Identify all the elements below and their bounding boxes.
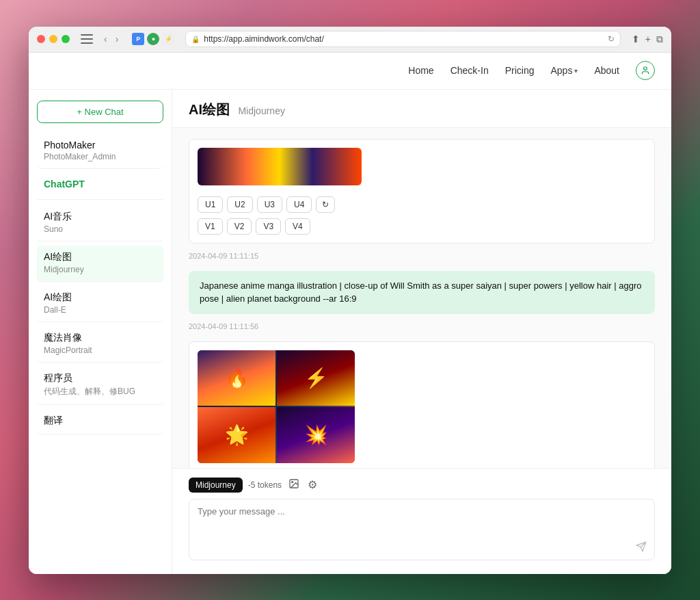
app-navbar: Home Check-In Pricing Apps ▾ About	[29, 53, 671, 90]
tabs-button[interactable]: ⧉	[656, 34, 663, 45]
nav-arrows: ‹ ›	[101, 32, 121, 46]
sidebar-item-title: PhotoMaker	[44, 140, 157, 151]
sidebar-toggle-icon[interactable]	[81, 34, 93, 44]
message-image-response: 🔥 ⚡ 🌟	[189, 341, 655, 468]
image-preview-top	[198, 148, 362, 185]
u2-button-top[interactable]: U2	[227, 196, 252, 213]
image-cell-4: 💥	[277, 407, 355, 463]
browser-icon-2: ●	[147, 33, 159, 45]
chat-title: AI绘图	[189, 102, 230, 117]
user-icon[interactable]	[636, 61, 655, 80]
browser-icon-1: P	[132, 33, 144, 45]
btn-row-u-top: U1 U2 U3 U4 ↻	[198, 196, 646, 213]
browser-titlebar: ‹ › P ● ⚡ 🔒 https://app.aimindwork.com/c…	[29, 27, 671, 53]
chat-input-area: Midjourney -5 tokens ⚙	[172, 468, 671, 574]
chat-header: AI绘图 Midjourney	[172, 90, 671, 128]
close-button[interactable]	[37, 35, 45, 43]
back-button[interactable]: ‹	[101, 32, 110, 46]
v1-button-top[interactable]: V1	[198, 218, 223, 235]
anime-figure-3: 🌟	[198, 407, 275, 463]
sidebar-item-photomaker[interactable]: PhotoMaker PhotoMaker_Admin	[37, 134, 163, 169]
new-tab-button[interactable]: +	[645, 34, 651, 45]
maximize-button[interactable]	[62, 35, 70, 43]
tokens-text: -5 tokens	[248, 480, 282, 490]
image-cell-3: 🌟	[198, 407, 275, 463]
browser-actions: ⬆ + ⧉	[632, 34, 663, 45]
address-bar[interactable]: 🔒 https://app.aimindwork.com/chat/ ↻	[185, 31, 620, 47]
sidebar-item-ai-draw-midjourney[interactable]: AI绘图 Midjourney	[37, 246, 163, 282]
browser-window: ‹ › P ● ⚡ 🔒 https://app.aimindwork.com/c…	[29, 27, 671, 574]
traffic-lights	[37, 35, 70, 43]
v3-button-top[interactable]: V3	[256, 218, 281, 235]
image-preview-main: 🔥 ⚡ 🌟	[198, 350, 355, 463]
sidebar-item-ai-music[interactable]: AI音乐 Suno	[37, 205, 163, 242]
chat-area: AI绘图 Midjourney U1 U2 U3 U4 ↻	[172, 90, 671, 574]
sidebar: + New Chat PhotoMaker PhotoMaker_Admin C…	[29, 90, 172, 574]
message-image-top: U1 U2 U3 U4 ↻ V1 V2 V3 V4	[189, 139, 655, 244]
browser-icons: P ● ⚡	[132, 33, 174, 45]
user-message: Japanese anime manga illustration | clos…	[189, 271, 655, 314]
sidebar-item-sub: MagicPortrait	[44, 345, 157, 355]
nav-apps-label: Apps	[550, 65, 572, 76]
sidebar-item-sub: Midjourney	[44, 265, 157, 274]
sidebar-item-ai-draw-dalle[interactable]: AI绘图 Dall-E	[37, 286, 163, 322]
chat-messages: U1 U2 U3 U4 ↻ V1 V2 V3 V4	[172, 128, 671, 468]
nav-checkin[interactable]: Check-In	[450, 65, 489, 76]
timestamp-2: 2024-04-09 11:11:56	[189, 322, 655, 330]
anime-figure-4: 💥	[277, 407, 355, 463]
url-text: https://app.aimindwork.com/chat/	[204, 34, 323, 44]
input-wrapper	[189, 499, 655, 563]
image-cell-2: ⚡	[277, 350, 355, 406]
chevron-down-icon: ▾	[574, 67, 578, 75]
sidebar-item-title: AI音乐	[44, 211, 157, 223]
sidebar-divider-1	[37, 199, 163, 200]
nav-apps[interactable]: Apps ▾	[550, 65, 578, 76]
image-upload-button[interactable]	[287, 477, 301, 493]
btn-row-v-top: V1 V2 V3 V4	[198, 218, 646, 235]
sidebar-item-sub: 代码生成、解释、修BUG	[44, 386, 157, 397]
sidebar-item-title: 翻译	[44, 415, 157, 427]
share-button[interactable]: ⬆	[632, 34, 640, 45]
new-chat-button[interactable]: + New Chat	[37, 101, 163, 123]
browser-icon-3: ⚡	[162, 33, 174, 45]
sidebar-item-title: AI绘图	[44, 251, 157, 263]
image-cell-1: 🔥	[198, 350, 275, 406]
midjourney-badge: Midjourney	[189, 478, 243, 493]
send-icon[interactable]	[636, 541, 647, 555]
sidebar-item-magic-portrait[interactable]: 魔法肖像 MagicPortrait	[37, 326, 163, 363]
sidebar-item-sub: Suno	[44, 224, 157, 234]
sidebar-item-translate[interactable]: 翻译	[37, 409, 163, 434]
nav-pricing[interactable]: Pricing	[505, 65, 535, 76]
sidebar-section-chatgpt: ChatGPT	[37, 173, 163, 194]
nav-home[interactable]: Home	[408, 65, 433, 76]
u1-button-top[interactable]: U1	[198, 196, 223, 213]
sidebar-item-title: 程序员	[44, 372, 157, 384]
timestamp-1: 2024-04-09 11:11:15	[189, 252, 655, 260]
nav-about[interactable]: About	[594, 65, 619, 76]
sidebar-item-title: AI绘图	[44, 291, 157, 304]
minimize-button[interactable]	[49, 35, 57, 43]
app-content: Home Check-In Pricing Apps ▾ About + New…	[29, 53, 671, 574]
reload-icon[interactable]: ↻	[608, 34, 615, 44]
settings-button[interactable]: ⚙	[306, 477, 319, 493]
svg-point-2	[292, 481, 293, 482]
sidebar-item-title: 魔法肖像	[44, 332, 157, 344]
image-grid: 🔥 ⚡ 🌟	[198, 350, 355, 463]
sidebar-item-sub: PhotoMaker_Admin	[44, 152, 157, 161]
u4-button-top[interactable]: U4	[286, 196, 312, 213]
sidebar-item-sub: Dall-E	[44, 305, 157, 315]
refresh-button-top[interactable]: ↻	[316, 196, 335, 213]
u3-button-top[interactable]: U3	[257, 196, 282, 213]
forward-button[interactable]: ›	[113, 32, 122, 46]
svg-point-0	[644, 67, 647, 70]
sidebar-item-programmer[interactable]: 程序员 代码生成、解释、修BUG	[37, 367, 163, 405]
lock-icon: 🔒	[191, 36, 200, 43]
anime-figure-1: 🔥	[198, 350, 275, 406]
chat-input-toolbar: Midjourney -5 tokens ⚙	[189, 477, 655, 493]
chat-subtitle: Midjourney	[238, 105, 284, 116]
main-layout: + New Chat PhotoMaker PhotoMaker_Admin C…	[29, 90, 671, 574]
v4-button-top[interactable]: V4	[285, 218, 310, 235]
v2-button-top[interactable]: V2	[227, 218, 252, 235]
anime-figure-2: ⚡	[277, 350, 355, 406]
chat-input[interactable]	[189, 499, 655, 560]
